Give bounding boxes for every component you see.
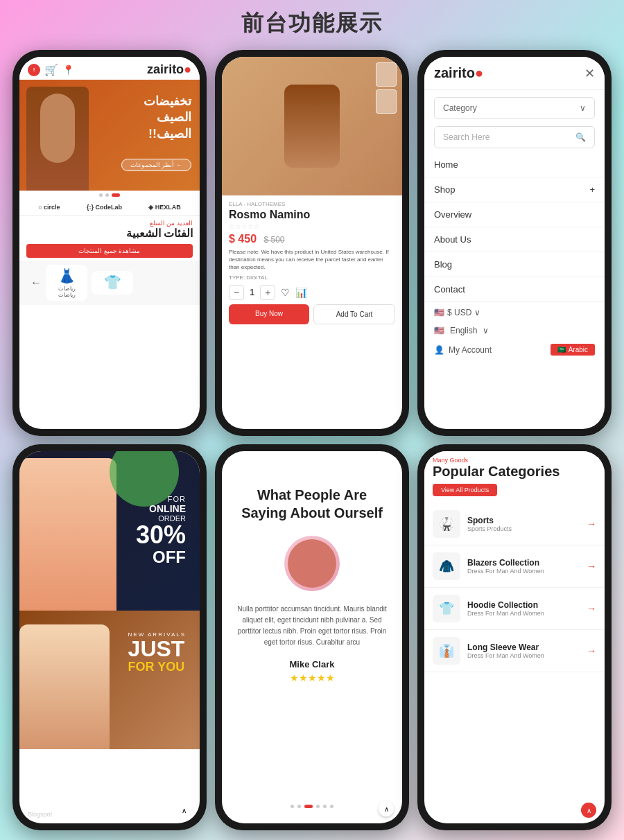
phone-home: ! 🛒 📍 zairito● تخفيضات الصيف الصيف!! ← أ… [12,50,207,436]
scroll-up-btn[interactable]: ∧ [176,803,191,818]
dot-3[interactable] [112,193,120,197]
notification-icon[interactable]: ! [28,64,40,76]
arabic-lang-btn[interactable]: 🇸🇦 Arabic [551,344,595,356]
cat-sports-name: Sports [467,516,512,525]
cat-longsleeve[interactable]: 👔 Long Sleeve Wear Dress For Man And Wom… [424,630,605,672]
dot-2[interactable] [105,193,109,197]
cat-longsleeve-name: Long Sleeve Wear [467,642,544,652]
p1-banner-text: تخفيضات الصيف الصيف!! [144,94,191,142]
p2-product-name: Rosmo Namino [229,209,395,221]
p1-carousel-dots [19,191,200,200]
tdot-1[interactable] [291,805,294,808]
p3-language[interactable]: 🇺🇸 English ∨ [424,323,605,338]
phone-promo: FOR ONLINE ORDER 30% OFF NEW ARRIVALS JU… [12,444,207,830]
cat-hoodie-arrow-icon: → [587,603,596,614]
p2-price-old: $ 500 [264,235,285,245]
cart-icon[interactable]: 🛒 [44,63,58,76]
tdot-6[interactable] [330,805,333,808]
p3-search[interactable]: Search Here 🔍 [434,126,595,148]
nav-blog-label: Blog [434,259,452,270]
close-menu-btn[interactable]: ✕ [584,66,595,81]
cats-main: الفئات الشعبية [26,227,193,240]
phone-home-screen: ! 🛒 📍 zairito● تخفيضات الصيف الصيف!! ← أ… [19,57,200,429]
p1-header: ! 🛒 📍 zairito● [19,57,200,80]
tdot-4[interactable] [316,805,320,808]
cat-sports[interactable]: 🥋 Sports Sports Products → [424,503,605,545]
p1-header-left: ! 🛒 📍 [28,63,74,76]
tdot-2[interactable] [297,805,301,808]
cats-sub: العديد من السلع [26,220,193,227]
p1-banner-btn[interactable]: ← أنظر المجموعات [121,159,191,171]
cat-longsleeve-info: Long Sleeve Wear Dress For Man And Women [467,642,544,659]
p2-product-image [222,57,402,195]
p1-view-btn[interactable]: مشاهدة جميع المنتجات [26,244,193,258]
product-card-2[interactable]: 👕 [92,271,133,295]
tdot-3[interactable] [304,805,313,808]
testimonial-header: What People Are Saying About Ourself [222,451,402,529]
view-all-products-btn[interactable]: View All Products [433,484,497,496]
nav-home[interactable]: Home [424,152,605,177]
qty-increase-btn[interactable]: + [260,285,275,300]
phone-product: ELLA - HALOTHEMES Rosmo Namino ☆☆☆☆☆ $ 4… [215,50,409,436]
brand-codelab: {:} CodeLab [87,204,122,211]
dot-1[interactable] [99,193,103,197]
many-goods-label: Many Goods [433,457,596,464]
p1-product-scroll: ← 👗 رياضات رياضات 👕 [19,261,200,305]
arabic-label: Arabic [569,346,588,353]
p3-account-left[interactable]: 👤 My Account [434,345,492,355]
popular-categories-title: Popular Categories [433,464,596,480]
nav-shop-label: Shop [434,184,455,195]
cat-hoodie[interactable]: 👕 Hoodie Collection Dress For Man And Wo… [424,588,605,630]
wishlist-icon[interactable]: ♡ [281,287,290,298]
p4-new-arrivals-text: NEW ARRIVALS JUST FOR YOU [128,631,186,674]
p4-model-person2 [19,624,110,749]
nav-contact[interactable]: Contact [424,277,605,302]
p3-logo: zairito● [434,65,483,81]
p2-price-current: $ 450 [229,233,257,245]
add-to-cart-btn[interactable]: Add To Cart [313,304,395,324]
review-text: Nulla porttitor accumsan tincidunt. Maur… [222,598,402,654]
p4-promo-text: FOR ONLINE ORDER 30% OFF [136,495,186,567]
nav-shop[interactable]: Shop + [424,177,605,202]
testimonial-scroll-up-btn[interactable]: ∧ [379,801,394,816]
p3-category-dropdown[interactable]: Category ∨ [434,97,595,119]
flag-usd-icon: 🇺🇸 [434,308,444,317]
tdot-5[interactable] [323,805,327,808]
sports-icon: 🥋 [433,510,460,538]
phones-grid: ! 🛒 📍 zairito● تخفيضات الصيف الصيف!! ← أ… [0,44,624,840]
p4-banner2: NEW ARRIVALS JUST FOR YOU [19,611,200,749]
location-icon[interactable]: 📍 [62,64,74,76]
cat-hoodie-desc: Dress For Man And Women [467,610,544,617]
p3-currency[interactable]: 🇺🇸 $ USD ∨ [424,302,605,323]
p4-model-person [19,458,116,611]
back-arrow-icon[interactable]: ← [31,277,42,289]
cat-longsleeve-left: 👔 Long Sleeve Wear Dress For Man And Wom… [433,637,544,665]
p2-thumb-1[interactable] [376,62,397,87]
product-card-sports[interactable]: 👗 رياضات رياضات [46,265,87,301]
phone-menu-screen: zairito● ✕ Category ∨ Search Here 🔍 Home… [424,57,605,429]
p1-cats-title: العديد من السلع الفئات الشعبية [19,216,200,241]
p2-buy-btns: Buy Now Add To Cart [229,304,395,324]
p2-brand: ELLA - HALOTHEMES [229,201,395,207]
buy-now-btn[interactable]: Buy Now [229,304,309,324]
qty-value: 1 [250,287,254,297]
longsleeve-icon: 👔 [433,637,460,665]
p1-logo-dot: ● [184,62,191,76]
cat-sports-desc: Sports Products [467,525,512,532]
nav-contact-label: Contact [434,284,465,295]
nav-overview-label: Overview [434,209,471,220]
p4-blogspot: Blogspot [28,811,52,818]
compare-icon[interactable]: 📊 [295,287,307,298]
promo-online-label: ONLINE [136,503,186,514]
p2-thumb-2[interactable] [376,89,397,114]
nav-about[interactable]: About Us [424,227,605,252]
nav-overview[interactable]: Overview [424,202,605,227]
nav-home-label: Home [434,159,458,170]
cat-blazers[interactable]: 🧥 Blazers Collection Dress For Man And W… [424,545,605,588]
phone-product-screen: ELLA - HALOTHEMES Rosmo Namino ☆☆☆☆☆ $ 4… [222,57,402,429]
p3-account: 👤 My Account 🇸🇦 Arabic [424,338,605,361]
nav-blog[interactable]: Blog [424,252,605,277]
qty-decrease-btn[interactable]: − [229,285,244,300]
categories-scroll-up-btn[interactable]: ∧ [581,803,596,818]
search-placeholder: Search Here [443,132,489,142]
